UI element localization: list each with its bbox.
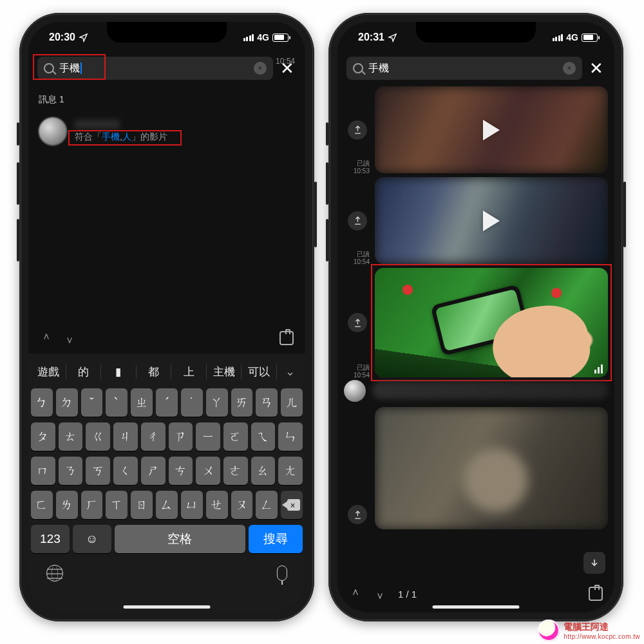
key[interactable]: ㄢ [256,388,278,417]
key[interactable]: ㄓ [131,388,153,417]
key[interactable]: ㄈ [31,491,53,519]
close-button[interactable]: ✕ [587,59,605,79]
search-icon [353,63,363,73]
key[interactable]: ㄖ [131,491,153,519]
key[interactable]: ㄋ [59,457,83,485]
clear-button[interactable]: × [254,62,267,75]
collapse-suggestions[interactable]: ⌄ [277,365,303,379]
key[interactable]: ㄧ [196,422,220,451]
suggestion[interactable]: ▮ [101,365,137,379]
search-key[interactable]: 搜尋 [249,525,303,553]
key[interactable]: ㄝ [206,491,228,519]
key[interactable]: ㄠ [251,457,276,485]
key[interactable]: ㄌ [56,491,78,519]
message-text[interactable] [372,381,608,401]
key[interactable]: ˇ [81,388,103,417]
key[interactable]: ㄔ [141,422,166,451]
key[interactable]: ㄎ [86,457,110,485]
key[interactable]: ㄏ [81,491,103,519]
key[interactable]: ㄤ [278,457,303,485]
calendar-icon[interactable] [279,331,294,345]
location-icon [79,33,88,43]
side-button [17,162,19,205]
message-photo[interactable] [375,407,608,529]
side-button [314,182,317,247]
globe-icon[interactable] [46,565,63,582]
next-result-button[interactable]: ＾ [63,330,76,347]
key[interactable]: ㄡ [231,491,253,519]
home-indicator[interactable] [124,605,211,609]
suggestion[interactable]: 的 [66,365,102,379]
key[interactable]: ㄥ [256,491,278,519]
key[interactable]: ˙ [181,388,203,417]
next-result-button[interactable]: ＾ [374,585,386,603]
key[interactable]: ㄒ [106,491,128,519]
message-video[interactable]: 已讀10:54 [375,177,608,264]
suggestion[interactable]: 遊戲 [31,365,66,379]
notch [416,22,536,43]
prev-result-button[interactable]: ＾ [40,330,53,347]
home-indicator[interactable] [433,605,520,609]
message-photo[interactable]: 已讀10:54 [375,268,608,377]
backspace-key[interactable]: × [281,491,303,519]
watermark-url: http://www.kocpc.com.tw [564,633,640,640]
suggestion[interactable]: 可以 [242,365,277,379]
search-query: 手機 [368,62,389,75]
key[interactable]: ㄅ [31,388,53,417]
side-button [623,182,626,247]
key[interactable]: ㄗ [169,422,193,451]
suggestion[interactable]: 上 [171,365,207,379]
key[interactable]: ㄚ [206,388,228,417]
share-button[interactable] [348,313,367,332]
avatar [344,380,366,402]
key[interactable]: ㄜ [223,457,248,485]
clear-button[interactable]: × [563,62,576,75]
calendar-icon[interactable] [589,587,603,601]
message-video[interactable]: 已讀10:53 [375,86,608,173]
numbers-key[interactable]: 123 [31,525,70,553]
key[interactable]: ㄨ [196,457,220,485]
results-header: 訊息 1 [28,86,305,113]
key[interactable]: ㄐ [113,422,138,451]
suggestion[interactable]: 主機 [207,365,242,379]
key[interactable]: ˋ [106,388,128,417]
key[interactable]: ㄩ [181,491,203,519]
battery-icon [582,33,598,42]
key[interactable]: ㄊ [59,422,83,451]
emoji-key[interactable]: ☺ [73,525,111,553]
result-nav-toolbar: ＾ ＾ [28,323,305,354]
key[interactable]: ㄘ [169,457,193,485]
network-label: 4G [566,32,578,43]
key[interactable]: ㄟ [251,422,276,451]
key[interactable]: ㄞ [231,388,253,417]
key[interactable]: ㄣ [278,422,303,451]
search-input[interactable]: 手機 × [346,57,582,80]
key[interactable]: ㄆ [31,422,55,451]
scroll-to-bottom-button[interactable] [583,552,605,574]
share-button[interactable] [348,120,367,140]
key[interactable]: ˊ [156,388,178,417]
result-nav-toolbar: ＾ ＾ 1 / 1 [337,580,614,607]
mic-icon[interactable] [277,565,287,581]
key[interactable]: ㄉ [56,388,78,417]
space-key[interactable]: 空格 [115,525,246,553]
prev-result-button[interactable]: ＾ [349,585,362,603]
chat-scroll[interactable]: 已讀10:53 已讀10:54 已讀10:54 [337,86,614,580]
key[interactable]: ㄕ [141,457,166,485]
battery-icon [272,33,289,42]
suggestion[interactable]: 都 [137,365,172,379]
avatar [39,117,67,146]
share-button[interactable] [348,505,367,524]
key[interactable]: ㄍ [86,422,110,451]
location-icon [388,33,397,43]
key[interactable]: ㄦ [281,388,303,417]
key[interactable]: ㄙ [156,491,178,519]
share-button[interactable] [348,211,367,231]
key[interactable]: ㄛ [223,422,248,451]
watermark-logo [538,620,560,641]
blurred-name [75,120,120,129]
key[interactable]: ㄑ [113,457,138,485]
screen-left: 20:30 4G 手機 × ✕ 訊息 1 符合「手機,人 [28,22,305,612]
highlight-box [33,54,106,80]
key[interactable]: ㄇ [31,457,55,485]
